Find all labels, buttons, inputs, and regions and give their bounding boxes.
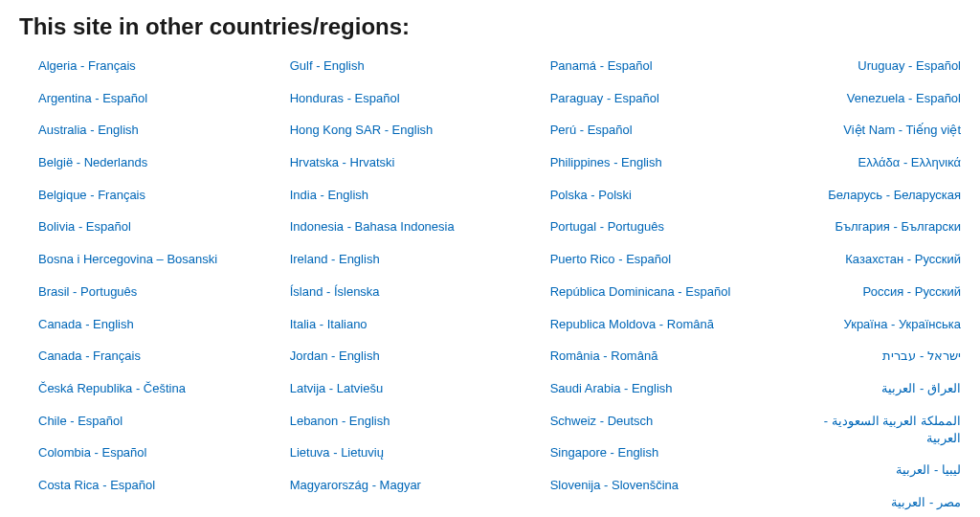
locale-link[interactable]: Republica Moldova - Română [550,316,791,333]
locale-link[interactable]: Schweiz - Deutsch [550,413,791,430]
locale-link[interactable]: Latvija - Latviešu [290,380,531,397]
locale-link[interactable]: Magyarország - Magyar [290,477,531,494]
locale-link[interactable]: Canada - Français [38,348,271,365]
locale-link[interactable]: Indonesia - Bahasa Indonesia [290,218,531,236]
locale-link[interactable]: България - Български [791,218,961,236]
region-heading: This site in other countries/regions: [19,13,961,40]
locale-column-1: Algeria - FrançaisArgentina - EspañolAus… [19,57,271,517]
locale-link[interactable]: Belgique - Français [38,187,271,204]
locale-link[interactable]: Россия - Русский [791,283,961,301]
locale-link[interactable]: Česká Republika - Čeština [38,380,271,397]
locale-link[interactable]: Ísland - Íslenska [290,283,531,301]
locale-columns: Algeria - FrançaisArgentina - EspañolAus… [19,57,961,517]
locale-link[interactable]: Philippines - English [550,154,791,171]
locale-link[interactable]: Chile - Español [38,413,271,430]
locale-link[interactable]: Saudi Arabia - English [550,380,791,397]
locale-link[interactable]: Portugal - Português [550,218,791,236]
locale-link[interactable]: Ελλάδα - Ελληνικά [791,154,961,171]
locale-link[interactable]: Panamá - Español [550,57,791,75]
locale-link[interactable]: Slovenija - Slovenščina [550,477,791,494]
locale-link[interactable]: مصر - العربية [791,494,961,511]
locale-link[interactable]: Hong Kong SAR - English [290,122,531,139]
locale-link[interactable]: Казахстан - Русский [791,251,961,268]
locale-link[interactable]: Việt Nam - Tiếng việt [791,122,961,139]
locale-column-2: Gulf - EnglishHonduras - EspañolHong Kon… [271,57,531,517]
locale-link[interactable]: Беларусь - Беларуская [791,187,961,204]
locale-link[interactable]: Brasil - Português [38,283,271,301]
locale-link[interactable]: Singapore - English [550,444,791,461]
locale-link[interactable]: Polska - Polski [550,187,791,204]
locale-link[interactable]: Bolivia - Español [38,218,271,236]
locale-link[interactable]: ישראל - עברית [791,348,961,365]
locale-link[interactable]: Venezuela - Español [791,90,961,107]
locale-link[interactable]: Україна - Українська [791,316,961,333]
locale-link[interactable]: Perú - Español [550,122,791,139]
locale-link[interactable]: Gulf - English [290,57,531,75]
locale-column-4: Uruguay - EspañolVenezuela - EspañolViệt… [791,57,961,517]
locale-link[interactable]: Argentina - Español [38,90,271,107]
locale-link[interactable]: Italia - Italiano [290,316,531,333]
locale-link[interactable]: العراق - العربية [791,380,961,397]
locale-link[interactable]: Honduras - Español [290,90,531,107]
locale-link[interactable]: Canada - English [38,316,271,333]
locale-link[interactable]: Paraguay - Español [550,90,791,107]
locale-link[interactable]: Lietuva - Lietuvių [290,444,531,461]
locale-link[interactable]: België - Nederlands [38,154,271,171]
locale-link[interactable]: Jordan - English [290,348,531,365]
locale-link[interactable]: Australia - English [38,122,271,139]
locale-link[interactable]: Puerto Rico - Español [550,251,791,268]
locale-link[interactable]: Lebanon - English [290,413,531,430]
locale-link[interactable]: Colombia - Español [38,444,271,461]
locale-column-3: Panamá - EspañolParaguay - EspañolPerú -… [531,57,791,517]
locale-link[interactable]: Algeria - Français [38,57,271,75]
locale-link[interactable]: India - English [290,187,531,204]
locale-link[interactable]: Ireland - English [290,251,531,268]
locale-link[interactable]: Costa Rica - Español [38,477,271,494]
locale-link[interactable]: România - Română [550,348,791,365]
locale-link[interactable]: Hrvatska - Hrvatski [290,154,531,171]
locale-link[interactable]: Uruguay - Español [791,57,961,75]
locale-link[interactable]: المملكة العربية السعودية - العربية [791,413,961,447]
locale-link[interactable]: ليبيا - العربية [791,461,961,479]
locale-link[interactable]: República Dominicana - Español [550,283,791,301]
locale-link[interactable]: Bosna i Hercegovina – Bosanski [38,251,271,268]
